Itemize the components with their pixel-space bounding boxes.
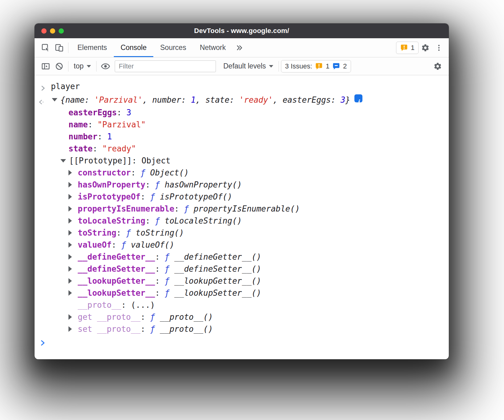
zoom-window-button[interactable] — [59, 28, 64, 34]
chevron-down-icon — [87, 65, 91, 68]
function-symbol: ƒ — [184, 204, 189, 213]
console-output: player {name: 'Parzival', number: 1, sta… — [35, 75, 449, 351]
disclosure-triangle-icon[interactable] — [68, 242, 72, 248]
separator: : — [155, 264, 164, 274]
minimize-window-button[interactable] — [50, 28, 55, 34]
separator: : — [121, 300, 131, 310]
titlebar: DevTools - www.google.com/ — [35, 23, 449, 38]
disclosure-triangle-icon[interactable] — [68, 194, 72, 200]
tab-sources[interactable]: Sources — [153, 38, 193, 57]
separator — [155, 324, 160, 334]
clear-console-button[interactable] — [52, 60, 66, 73]
window-title: DevTools - www.google.com/ — [194, 27, 289, 35]
disclosure-triangle-icon[interactable] — [60, 159, 66, 163]
prototype-value: Object — [142, 156, 171, 165]
separator — [160, 216, 165, 225]
disclosure-triangle-icon[interactable] — [68, 182, 72, 187]
tab-elements[interactable]: Elements — [71, 38, 114, 57]
method-signature: propertyIsEnumerable() — [194, 204, 300, 213]
preview-token: } — [345, 95, 350, 105]
customize-menu-button[interactable] — [432, 41, 446, 55]
separator: : — [97, 132, 107, 141]
separator: : — [131, 168, 140, 177]
settings-button[interactable] — [419, 41, 432, 55]
property-name: name — [68, 120, 88, 129]
issues-warning-count: 1 — [326, 62, 329, 70]
prototype-method-row: hasOwnProperty: ƒ hasOwnProperty() — [35, 179, 449, 191]
disclosure-triangle-icon[interactable] — [68, 206, 72, 212]
device-toolbar-button[interactable] — [52, 41, 66, 55]
close-window-button[interactable] — [41, 28, 47, 34]
prototype-method-row: toString: ƒ toString() — [35, 227, 449, 239]
disclosure-triangle-icon[interactable] — [68, 290, 72, 296]
console-prompt-input[interactable] — [51, 337, 449, 351]
separator: : — [141, 192, 150, 201]
console-property-row: number: 1 — [35, 131, 449, 143]
accessor-name: set __proto__ — [78, 324, 141, 334]
more-tabs-button[interactable] — [233, 41, 246, 55]
disclosure-triangle-icon[interactable] — [68, 218, 72, 224]
disclosure-triangle-icon[interactable] — [68, 326, 72, 332]
function-symbol: ƒ — [121, 240, 126, 249]
disclosure-triangle-icon[interactable] — [68, 170, 72, 175]
devtools-window: DevTools - www.google.com/ Elements Cons… — [35, 23, 449, 359]
getter-row: get __proto__: ƒ __proto__() — [35, 311, 449, 323]
accessor-name: get __proto__ — [78, 312, 141, 322]
separator: : — [155, 276, 164, 286]
method-name: hasOwnProperty — [78, 180, 145, 189]
method-signature: __lookupGetter__() — [174, 276, 261, 286]
error-counter-badge[interactable]: 1 — [396, 42, 419, 54]
log-levels-selector[interactable]: Default levels — [220, 62, 276, 70]
console-prompt-row — [35, 337, 449, 351]
inspect-element-button[interactable] — [39, 41, 52, 55]
method-signature: toLocaleString() — [165, 216, 242, 225]
log-levels-label: Default levels — [223, 62, 266, 70]
property-name: number — [68, 132, 97, 141]
prototype-method-row: constructor: ƒ Object() — [35, 167, 449, 179]
method-name: __defineGetter__ — [78, 252, 155, 261]
preview-token: 1 — [191, 95, 196, 105]
property-name: state — [68, 144, 93, 153]
preview-token: { — [60, 95, 65, 105]
console-sidebar-toggle-button[interactable] — [39, 60, 52, 73]
property-value: 3 — [126, 108, 131, 117]
property-name: easterEggs — [68, 108, 117, 117]
issues-counter[interactable]: 3 Issues: 1 2 — [281, 60, 351, 72]
disclosure-triangle-icon[interactable] — [68, 278, 72, 284]
preview-token: number — [152, 95, 181, 105]
function-symbol: ƒ — [150, 192, 155, 201]
proto-accessor-row: __proto__: (...) — [35, 299, 449, 311]
disclosure-triangle-icon[interactable] — [68, 266, 72, 272]
disclosure-triangle-icon[interactable] — [68, 254, 72, 260]
disclosure-triangle-icon[interactable] — [68, 314, 72, 320]
issues-message-count: 2 — [343, 62, 347, 70]
filter-input[interactable] — [115, 60, 216, 72]
error-count: 1 — [411, 44, 415, 52]
tab-network[interactable]: Network — [193, 38, 233, 57]
accessor-signature: __proto__() — [160, 324, 213, 334]
disclosure-triangle-icon[interactable] — [52, 98, 57, 101]
live-expression-button[interactable] — [99, 60, 112, 73]
prototype-name: [[Prototype]] — [69, 156, 132, 165]
method-name: propertyIsEnumerable — [78, 204, 174, 213]
preview-token: , — [273, 95, 283, 105]
gear-icon — [421, 43, 430, 52]
separator: : — [141, 324, 150, 334]
property-value: 1 — [107, 132, 112, 141]
function-symbol: ƒ — [165, 252, 170, 261]
info-icon[interactable] — [354, 94, 362, 102]
disclosure-triangle-icon[interactable] — [68, 230, 72, 236]
prototype-method-row: propertyIsEnumerable: ƒ propertyIsEnumer… — [35, 203, 449, 215]
javascript-context-selector[interactable]: top — [71, 62, 94, 70]
function-symbol: ƒ — [155, 216, 160, 225]
method-signature: __lookupSetter__() — [174, 288, 261, 298]
separator — [145, 168, 150, 177]
tab-console[interactable]: Console — [114, 38, 153, 57]
function-symbol: ƒ — [165, 288, 170, 298]
console-property-row: name: "Parzival" — [35, 119, 449, 131]
issues-label: 3 Issues: — [285, 62, 312, 70]
console-settings-button[interactable] — [431, 60, 444, 73]
preview-token: : — [331, 95, 341, 105]
method-name: valueOf — [78, 240, 112, 249]
prototype-method-row: __lookupSetter__: ƒ __lookupSetter__() — [35, 287, 449, 299]
